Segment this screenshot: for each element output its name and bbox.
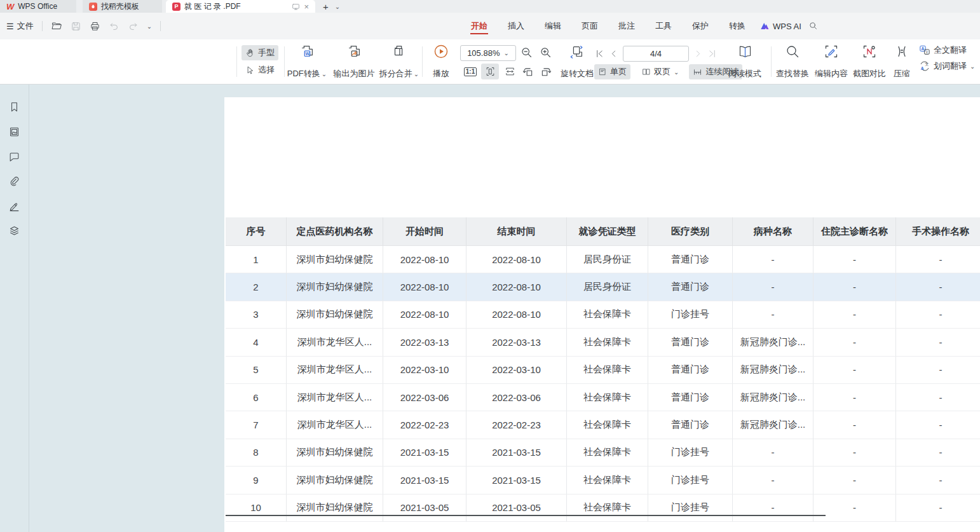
export-image-button[interactable]: 输出为图片 <box>329 44 379 79</box>
table-cell: - <box>896 329 980 356</box>
fit-page-button[interactable] <box>481 64 499 79</box>
word-translate-button[interactable]: A文 划词翻译 ⌄ <box>919 60 975 72</box>
table-cell: 3 <box>226 301 287 329</box>
table-cell: - <box>896 494 980 522</box>
undo-icon[interactable] <box>109 21 119 32</box>
menu-item-page[interactable]: 页面 <box>581 18 599 34</box>
screenshot-compare-label: 截图对比 <box>853 68 886 79</box>
double-page-button[interactable]: 双页 ⌄ <box>638 64 683 79</box>
svg-text:A: A <box>921 66 924 71</box>
print-icon[interactable] <box>90 21 100 32</box>
table-cell: - <box>896 467 980 494</box>
zoom-out-icon[interactable] <box>520 46 533 59</box>
divider <box>771 46 772 77</box>
tab-docer-templates[interactable]: 找稻壳模板 <box>83 0 162 13</box>
first-page-icon[interactable] <box>595 49 604 58</box>
zoom-level-select[interactable]: 105.88% ⌄ <box>460 45 516 61</box>
edit-content-button[interactable]: 编辑内容 <box>813 44 849 79</box>
single-page-button[interactable]: 单页 <box>594 64 630 79</box>
screen-share-icon[interactable] <box>292 3 300 11</box>
table-cell: - <box>813 494 896 522</box>
table-row: 3深圳市妇幼保健院2022-08-102022-08-10社会保障卡门诊挂号--… <box>226 301 980 329</box>
menu-search-icon[interactable] <box>808 21 818 31</box>
layers-icon[interactable] <box>8 225 20 237</box>
play-button[interactable]: 播放 <box>427 44 455 79</box>
comments-icon[interactable] <box>8 151 20 163</box>
select-tool-button[interactable]: 选择 <box>242 62 278 78</box>
table-cell: - <box>733 439 813 467</box>
rotate-document-button[interactable]: 旋转文档 <box>559 44 595 79</box>
table-cell: 2021-03-15 <box>383 467 466 494</box>
menu-item-comment[interactable]: 批注 <box>618 18 636 34</box>
pdf-convert-label: PDF转换 <box>287 68 320 79</box>
tab-wps-home[interactable]: W WPS Office <box>0 0 76 13</box>
menu-item-insert[interactable]: 插入 <box>507 18 525 34</box>
open-folder-icon[interactable] <box>51 20 62 32</box>
table-cell: 2 <box>226 273 287 301</box>
menu-item-convert[interactable]: 转换 <box>728 18 746 34</box>
table-cell: - <box>896 411 980 439</box>
table-cell: - <box>733 467 813 494</box>
file-menu-button[interactable]: ☰ 文件 <box>6 20 34 32</box>
export-image-icon <box>346 44 362 60</box>
prev-page-icon[interactable] <box>609 50 618 58</box>
table-cell: 2022-08-10 <box>383 246 466 273</box>
fit-width-button[interactable] <box>501 64 519 79</box>
next-page-icon[interactable] <box>694 50 702 58</box>
table-cell: 7 <box>226 411 287 439</box>
double-page-label: 双页 <box>654 66 670 78</box>
workspace: 序号定点医药机构名称开始时间结束时间就诊凭证类型医疗类别病种名称住院主诊断名称手… <box>0 85 980 532</box>
table-cell: 居民身份证 <box>567 273 648 301</box>
table-cell: 2022-08-10 <box>466 273 567 301</box>
signature-icon[interactable] <box>8 200 20 212</box>
save-icon[interactable] <box>71 21 81 32</box>
find-replace-label: 查找替换 <box>776 68 809 79</box>
menu-item-edit[interactable]: 编辑 <box>544 18 562 34</box>
read-mode-button[interactable]: 阅读模式 <box>727 44 763 79</box>
table-row: 7深圳市龙华区人...2022-02-232022-02-23社会保障卡普通门诊… <box>226 411 980 439</box>
zoom-in-icon[interactable] <box>539 46 552 59</box>
redo-icon[interactable] <box>128 21 139 32</box>
table-cell: 门诊挂号 <box>648 301 733 329</box>
rotate-right-icon[interactable] <box>540 65 553 78</box>
full-translate-button[interactable]: A文 全文翻译 <box>919 44 975 56</box>
table-cell: - <box>896 357 980 384</box>
table-cell: 社会保障卡 <box>567 329 648 356</box>
table-row: 4深圳市龙华区人...2022-03-132022-03-13社会保障卡普通门诊… <box>226 329 980 356</box>
table-row: 9深圳市妇幼保健院2021-03-152021-03-15社会保障卡门诊挂号--… <box>226 467 980 494</box>
close-tab-icon[interactable]: × <box>304 3 309 11</box>
hand-tool-label: 手型 <box>258 47 275 58</box>
full-translate-label: 全文翻译 <box>934 44 967 56</box>
bookmarks-icon[interactable] <box>8 101 20 113</box>
wps-ai-button[interactable]: WPS AI <box>760 13 801 39</box>
find-replace-button[interactable]: 查找替换 <box>775 44 810 79</box>
menu-item-protect[interactable]: 保护 <box>691 18 709 34</box>
table-cell: - <box>733 273 813 301</box>
attachments-icon[interactable] <box>8 175 20 188</box>
split-merge-button[interactable]: 拆分合并⌄ <box>376 44 422 79</box>
table-cell: 社会保障卡 <box>567 384 648 411</box>
thumbnails-icon[interactable] <box>8 126 20 138</box>
new-tab-icon[interactable]: + <box>323 2 329 11</box>
tab-document[interactable]: P 就 医 记 录 .PDF × <box>166 0 315 13</box>
compress-button[interactable]: 压缩 <box>891 44 913 79</box>
rotate-left-icon[interactable] <box>521 65 534 78</box>
page-number-input[interactable]: 4/4 <box>623 46 689 62</box>
menu-item-tools[interactable]: 工具 <box>655 18 672 34</box>
table-row: 2深圳市妇幼保健院2022-08-102022-08-10居民身份证普通门诊--… <box>226 273 980 301</box>
hand-tool-button[interactable]: 手型 <box>242 45 278 60</box>
compress-label: 压缩 <box>894 68 910 79</box>
last-page-icon[interactable] <box>707 49 717 58</box>
quickbar-chevron-icon[interactable]: ⌄ <box>147 23 152 30</box>
table-cell: 普通门诊 <box>648 273 733 301</box>
tab-list-chevron-icon[interactable]: ⌄ <box>335 3 340 10</box>
file-menu-label: 文件 <box>17 20 34 32</box>
document-viewer[interactable]: 序号定点医药机构名称开始时间结束时间就诊凭证类型医疗类别病种名称住院主诊断名称手… <box>29 85 980 532</box>
actual-size-button[interactable]: 1:1 <box>461 64 479 79</box>
export-image-label: 输出为图片 <box>334 68 375 79</box>
menu-item-home[interactable]: 开始 <box>470 18 488 34</box>
table-cell: 2022-08-10 <box>466 246 567 273</box>
table-cell: 2021-03-05 <box>383 494 466 522</box>
pdf-convert-button[interactable]: W PDF转换⌄ <box>285 44 329 79</box>
screenshot-compare-button[interactable]: 截图对比 <box>852 44 887 79</box>
